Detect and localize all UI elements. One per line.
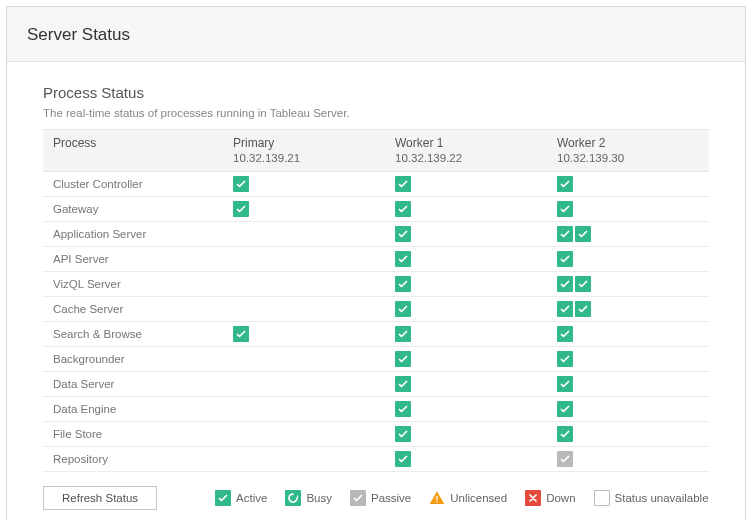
check-icon <box>395 276 411 292</box>
legend: Active Busy Passive Unlicensed Down <box>215 490 709 506</box>
status-cell <box>547 322 709 347</box>
process-name: Gateway <box>43 197 223 222</box>
legend-unlicensed: Unlicensed <box>429 490 507 506</box>
process-name: VizQL Server <box>43 272 223 297</box>
check-icon <box>395 401 411 417</box>
status-cell <box>385 447 547 472</box>
check-icon <box>557 176 573 192</box>
table-row: Search & Browse <box>43 322 709 347</box>
status-cell <box>223 347 385 372</box>
process-name: File Store <box>43 422 223 447</box>
warning-icon <box>429 490 445 506</box>
table-row: VizQL Server <box>43 272 709 297</box>
check-icon <box>395 351 411 367</box>
status-cell <box>547 247 709 272</box>
table-row: Data Engine <box>43 397 709 422</box>
process-name: Data Engine <box>43 397 223 422</box>
process-name: Cache Server <box>43 297 223 322</box>
check-icon <box>557 301 573 317</box>
check-icon <box>395 201 411 217</box>
check-icon <box>557 226 573 242</box>
status-cell <box>385 397 547 422</box>
table-row: API Server <box>43 247 709 272</box>
status-cell <box>385 222 547 247</box>
status-cell <box>547 197 709 222</box>
check-icon <box>557 401 573 417</box>
table-row: Backgrounder <box>43 347 709 372</box>
column-header-worker-2: Worker 2 10.32.139.30 <box>547 130 709 172</box>
status-cell <box>223 372 385 397</box>
check-icon <box>557 451 573 467</box>
status-cell <box>547 447 709 472</box>
check-icon <box>557 201 573 217</box>
check-icon <box>557 276 573 292</box>
check-icon <box>395 226 411 242</box>
check-icon <box>557 251 573 267</box>
column-header-worker-1: Worker 1 10.32.139.22 <box>385 130 547 172</box>
status-cell <box>385 297 547 322</box>
spinner-icon <box>285 490 301 506</box>
section-description: The real-time status of processes runnin… <box>43 107 709 119</box>
process-name: Application Server <box>43 222 223 247</box>
status-cell <box>223 172 385 197</box>
legend-passive: Passive <box>350 490 411 506</box>
column-header-primary: Primary 10.32.139.21 <box>223 130 385 172</box>
table-row: Application Server <box>43 222 709 247</box>
status-cell <box>223 397 385 422</box>
status-cell <box>385 322 547 347</box>
status-cell <box>223 322 385 347</box>
check-icon <box>575 301 591 317</box>
status-cell <box>385 172 547 197</box>
status-table: Process Primary 10.32.139.21 Worker 1 10… <box>43 129 709 472</box>
status-cell <box>547 172 709 197</box>
refresh-status-button[interactable]: Refresh Status <box>43 486 157 510</box>
table-row: Cluster Controller <box>43 172 709 197</box>
footer: Refresh Status Active Busy Passive Unlic… <box>43 472 709 510</box>
check-icon <box>557 351 573 367</box>
check-icon <box>395 176 411 192</box>
status-cell <box>547 397 709 422</box>
status-cell <box>223 222 385 247</box>
status-cell <box>385 422 547 447</box>
status-cell <box>547 297 709 322</box>
content: Process Status The real-time status of p… <box>7 62 745 520</box>
check-icon <box>395 326 411 342</box>
check-icon <box>233 326 249 342</box>
table-row: Repository <box>43 447 709 472</box>
check-icon <box>557 426 573 442</box>
check-icon <box>233 176 249 192</box>
process-name: Backgrounder <box>43 347 223 372</box>
status-table-body: Cluster ControllerGatewayApplication Ser… <box>43 172 709 472</box>
status-cell <box>223 247 385 272</box>
process-name: API Server <box>43 247 223 272</box>
status-cell <box>385 197 547 222</box>
status-cell <box>223 297 385 322</box>
column-header-process: Process <box>43 130 223 172</box>
table-row: Cache Server <box>43 297 709 322</box>
legend-down: Down <box>525 490 575 506</box>
check-icon <box>557 326 573 342</box>
status-cell <box>547 222 709 247</box>
status-cell <box>385 272 547 297</box>
check-icon <box>395 301 411 317</box>
process-name: Cluster Controller <box>43 172 223 197</box>
legend-busy: Busy <box>285 490 332 506</box>
status-cell <box>223 422 385 447</box>
status-cell <box>385 372 547 397</box>
check-icon <box>350 490 366 506</box>
process-name: Repository <box>43 447 223 472</box>
status-cell <box>547 272 709 297</box>
status-cell <box>223 447 385 472</box>
status-cell <box>385 247 547 272</box>
empty-box-icon <box>594 490 610 506</box>
status-cell <box>385 347 547 372</box>
legend-active: Active <box>215 490 267 506</box>
status-cell <box>547 372 709 397</box>
table-row: Gateway <box>43 197 709 222</box>
check-icon <box>557 376 573 392</box>
table-row: Data Server <box>43 372 709 397</box>
check-icon <box>575 276 591 292</box>
process-name: Search & Browse <box>43 322 223 347</box>
check-icon <box>395 426 411 442</box>
status-cell <box>223 272 385 297</box>
